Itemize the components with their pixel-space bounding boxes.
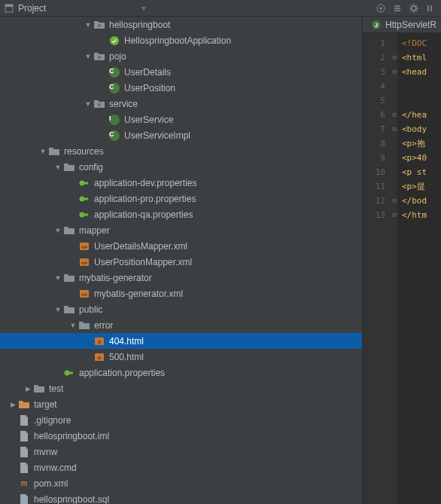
code-line: </htm [402,208,441,222]
tree-node-hellospringboot-sql[interactable]: ▶hellospringboot.sql [0,491,362,504]
tree-node--gitignore[interactable]: ▶.gitignore [0,412,362,428]
tree-node-pojo[interactable]: ▼pojo [0,48,362,64]
expand-arrow[interactable]: ▼ [53,227,63,234]
expand-arrow[interactable]: ▶ [23,385,33,393]
tree-node-label: mapper [79,225,110,236]
svg-text:H: H [98,356,101,360]
tree-node-label: pom.xml [34,478,68,489]
tree-node-application-dev-properties[interactable]: ▶application-dev.properties [0,175,362,191]
tree-node-target[interactable]: ▶target [0,396,362,412]
tree-node-pom-xml[interactable]: ▶mpom.xml [0,475,362,491]
project-icon [3,2,15,14]
tree-node-hellospringboot-iml[interactable]: ▶hellospringboot.iml [0,428,362,444]
file-icon [18,446,30,458]
expand-arrow[interactable]: ▼ [53,163,63,171]
tree-node-userdetailsmapper-xml[interactable]: ▶</>UserDetailsMapper.xml [0,238,362,254]
folder-icon [48,145,60,157]
project-tree[interactable]: ▼hellospringboot▶HellospringbootApplicat… [0,17,363,504]
tree-node-userservice[interactable]: ▶IUserService [0,111,362,127]
expand-arrow[interactable]: ▼ [83,53,93,60]
tree-node-label: pojo [109,51,126,62]
tree-node-500-html[interactable]: ▶H500.html [0,349,362,365]
line-number: 9 [363,151,397,165]
xml-icon: </> [78,256,90,268]
file-icon [18,462,30,474]
editor-body[interactable]: 12345678910111213 <!DOC<html<head</hea<b… [363,33,441,504]
tree-node-label: hellospringboot.iml [34,431,109,441]
hide-button[interactable] [423,2,438,15]
project-view-dropdown[interactable]: ▾ [139,4,148,13]
expand-arrow[interactable]: ▼ [53,306,63,313]
locate-button[interactable] [373,2,388,15]
line-number: 5 [363,93,397,108]
folder-icon [63,304,75,316]
pkg-icon [93,98,105,110]
code-line: </bod [402,194,441,208]
code-line [402,79,441,93]
tree-node-label: application-pro.properties [94,194,196,204]
svg-rect-12 [84,197,88,200]
tree-node-mvnw-cmd[interactable]: ▶mvnw.cmd [0,460,362,475]
tree-node-public[interactable]: ▼public [0,301,362,317]
expand-arrow[interactable]: ▶ [8,401,18,408]
tree-node-test[interactable]: ▶test [0,380,362,396]
svg-text:</>: </> [81,292,88,297]
tree-node-userposition[interactable]: ▶CUserPosition [0,80,362,96]
tree-node-label: .gitignore [34,415,71,426]
tree-node-404-html[interactable]: ▶H404.html [0,333,362,349]
tree-node-label: UserDetails [124,67,171,78]
tree-node-label: test [49,383,63,394]
code-line: <p>提 [402,179,441,194]
tree-node-resources[interactable]: ▼resources [0,143,362,159]
prop-icon [78,177,90,189]
line-number: 2 [363,50,397,65]
tree-node-mybatis-generator-xml[interactable]: ▶</>mybatis-generator.xml [0,286,362,301]
editor-panel: J HttpServletR 12345678910111213 <!DOC<h… [363,17,441,504]
tree-node-config[interactable]: ▼config [0,159,362,175]
svg-point-8 [98,103,101,106]
file-icon [18,493,30,505]
code-line: <p>40 [402,151,441,165]
tree-node-userserviceimpl[interactable]: ▶CUserServiceImpl [0,127,362,143]
code-line: <body [402,122,441,136]
line-number: 7 [363,122,397,136]
tree-node-label: mvnw [34,447,57,457]
tree-node-hellospringbootapplication[interactable]: ▶HellospringbootApplication [0,32,362,48]
svg-text:</>: </> [81,245,88,249]
tree-node-mapper[interactable]: ▼mapper [0,222,362,238]
expand-arrow[interactable]: ▼ [83,21,93,29]
tree-node-application-properties[interactable]: ▶application.properties [0,365,362,380]
tree-node-application-pro-properties[interactable]: ▶application-pro.properties [0,191,362,206]
tree-node-error[interactable]: ▼error [0,317,362,333]
svg-rect-14 [84,213,88,215]
code-line: <p st [402,165,441,179]
tree-node-service[interactable]: ▼service [0,96,362,111]
svg-text:J: J [375,22,378,29]
svg-point-6 [110,36,119,45]
tree-node-userdetails[interactable]: ▶CUserDetails [0,64,362,80]
svg-text:</>: </> [81,261,88,265]
expand-arrow[interactable]: ▼ [38,148,48,155]
tree-node-label: application-qa.properties [94,209,193,220]
tree-node-application-qa-properties[interactable]: ▶application-qa.properties [0,206,362,222]
tree-node-label: error [94,320,113,331]
tree-node-mvnw[interactable]: ▶mvnw [0,444,362,460]
settings-button[interactable] [406,2,421,15]
expand-arrow[interactable]: ▼ [68,322,78,329]
collapse-all-button[interactable] [390,2,405,15]
prop-icon [78,209,90,221]
tree-node-label: mybatis-generator [79,273,152,283]
line-gutter: 12345678910111213 [363,33,397,504]
tree-node-label: HellospringbootApplication [124,35,231,46]
expand-arrow[interactable]: ▼ [83,100,93,108]
tree-node-userpositionmapper-xml[interactable]: ▶</>UserPositionMapper.xml [0,254,362,270]
tree-node-hellospringboot[interactable]: ▼hellospringboot [0,17,362,32]
file-icon [18,430,30,442]
tree-node-mybatis-generator[interactable]: ▼mybatis-generator [0,270,362,286]
expand-arrow[interactable]: ▼ [53,274,63,282]
editor-tab[interactable]: J HttpServletR [366,17,441,32]
tree-node-label: UserServiceImpl [124,130,190,141]
code-area[interactable]: <!DOC<html<head</hea<body<p>抱<p>40<p st<… [397,33,441,504]
xml-icon: </> [78,288,90,300]
class-icon: C [108,82,120,94]
